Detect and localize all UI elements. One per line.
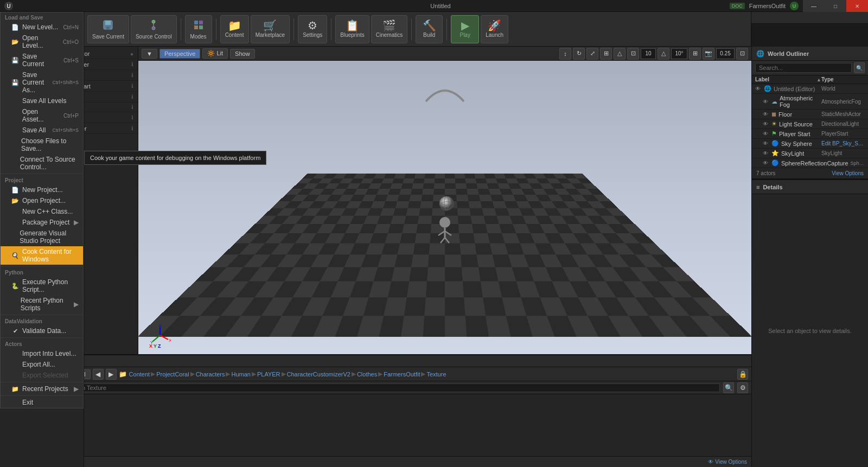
menu-import-level[interactable]: Import Into Level... bbox=[1, 348, 83, 359]
scale-field[interactable] bbox=[716, 48, 735, 59]
menu-export-all[interactable]: Export All... bbox=[1, 359, 83, 370]
minimize-button[interactable]: — bbox=[803, 0, 825, 12]
cb-back-button[interactable]: ◀ bbox=[93, 369, 104, 380]
menu-package-project[interactable]: Package Project ▶ bbox=[1, 217, 83, 228]
content-label: Content bbox=[225, 32, 244, 38]
menu-exit[interactable]: Exit bbox=[1, 397, 83, 408]
menu-validate-data[interactable]: ✔ Validate Data... bbox=[1, 325, 83, 336]
outliner-item-sky-sphere[interactable]: 👁 🔵 Sky Sphere Edit BP_Sky_Sph... bbox=[752, 139, 868, 149]
launch-button[interactable]: 🚀 Launch bbox=[481, 15, 508, 43]
marketplace-button[interactable]: 🛒 Marketplace bbox=[251, 15, 290, 43]
label-column-header[interactable]: Label bbox=[755, 76, 816, 82]
bread-characters[interactable]: Characters bbox=[196, 371, 225, 378]
surface-snap-btn[interactable]: △ bbox=[614, 48, 626, 60]
lit-btn[interactable]: 🔆 Lit bbox=[202, 48, 228, 59]
move-tool-btn[interactable]: ↕ bbox=[559, 48, 571, 60]
settings-label: Settings bbox=[303, 32, 322, 38]
outliner-search-button[interactable]: 🔍 bbox=[854, 62, 865, 73]
details-icon: ≡ bbox=[756, 184, 760, 190]
menu-open-project[interactable]: 📂 Open Project... bbox=[1, 195, 83, 206]
build-button[interactable]: 🔨 Build bbox=[416, 15, 443, 43]
bread-project-coral[interactable]: ProjectCoral bbox=[156, 371, 189, 378]
menu-execute-python[interactable]: 🐍 Execute Python Script... bbox=[1, 277, 83, 295]
outliner-search-input[interactable] bbox=[755, 63, 852, 73]
file-dropdown-menu: Load and Save 📄 New Level... Ctrl+N 📂 Op… bbox=[0, 12, 84, 467]
content-button[interactable]: 📁 Content bbox=[220, 15, 249, 43]
svg-point-5 bbox=[152, 20, 155, 23]
menu-recent-projects[interactable]: 📁 Recent Projects ▶ bbox=[1, 383, 83, 394]
cb-forward-button[interactable]: ▶ bbox=[106, 369, 117, 380]
maximize-viewport-btn[interactable]: ⊡ bbox=[736, 48, 748, 60]
bread-human[interactable]: Human bbox=[231, 371, 250, 378]
menu-save-all[interactable]: Save All Ctrl+Shift+S bbox=[1, 125, 83, 136]
perspective-btn[interactable]: Perspective bbox=[159, 49, 200, 59]
play-button[interactable]: ▶ Play bbox=[451, 15, 479, 43]
menu-save-current[interactable]: 💾 Save Current Ctrl+S bbox=[1, 51, 83, 69]
section-python: Python bbox=[1, 267, 83, 277]
outliner-item-untitled[interactable]: 👁 🌐 Untitled (Editor) World bbox=[752, 84, 868, 94]
bread-farmers-outfit[interactable]: FarmersOutfit bbox=[384, 371, 420, 378]
menu-choose-files[interactable]: Choose Files to Save... bbox=[1, 136, 83, 154]
menu-new-level[interactable]: 📄 New Level... Ctrl+N bbox=[1, 22, 83, 33]
save-current-icon: 💾 bbox=[11, 57, 19, 64]
outliner-item-fog[interactable]: 👁 ☁ Atmospheric Fog AtmosphericFog bbox=[752, 94, 868, 110]
modes-button[interactable]: Modes bbox=[185, 15, 212, 43]
menu-cook-content[interactable]: 🍳 Cook Content for Windows bbox=[1, 246, 83, 265]
cb-settings-button[interactable]: ⚙ bbox=[737, 382, 748, 393]
rotate-tool-btn[interactable]: ↻ bbox=[573, 48, 585, 60]
menu-recent-python[interactable]: Recent Python Scripts ▶ bbox=[1, 295, 83, 314]
main-toolbar: Save Current Source Control Modes 📁 Cont… bbox=[84, 12, 751, 47]
view-options-bottom[interactable]: 👁 View Options bbox=[708, 459, 747, 465]
show-btn[interactable]: Show bbox=[230, 49, 255, 59]
dropdown-arrow-btn[interactable]: ▼ bbox=[142, 49, 157, 59]
python-icon: 🐍 bbox=[11, 283, 19, 290]
menu-generate-vs[interactable]: Generate Visual Studio Project bbox=[1, 228, 83, 246]
outliner-item-player-start[interactable]: 👁 ⚑ Player Start PlayerStart bbox=[752, 129, 868, 139]
type-column-header[interactable]: Type bbox=[821, 76, 865, 82]
scale-tool-btn[interactable]: ⤢ bbox=[586, 48, 598, 60]
coord-system-btn[interactable]: ⊞ bbox=[600, 48, 612, 60]
project-indicator: FarmersOutfit bbox=[749, 3, 786, 9]
settings-button[interactable]: ⚙ Settings bbox=[298, 15, 327, 43]
angle-snap-btn[interactable]: △ bbox=[658, 48, 669, 60]
outliner-item-floor[interactable]: 👁 ◼ Floor StaticMeshActor bbox=[752, 110, 868, 119]
save-current-button[interactable]: Save Current bbox=[87, 15, 129, 43]
menu-save-current-as[interactable]: 💾 Save Current As... Ctrl+Shift+S bbox=[1, 69, 83, 95]
bread-clothes[interactable]: Clothes bbox=[357, 371, 377, 378]
blueprints-button[interactable]: 📋 Blueprints bbox=[335, 15, 369, 43]
search-button[interactable]: 🔍 bbox=[723, 382, 734, 393]
grid-size-field[interactable] bbox=[641, 48, 656, 59]
bread-texture[interactable]: Texture bbox=[426, 371, 446, 378]
bread-character-customizer[interactable]: CharacterCustomizerV2 bbox=[287, 371, 350, 378]
marketplace-icon: 🛒 bbox=[263, 20, 277, 31]
menu-new-project[interactable]: 📄 New Project... bbox=[1, 184, 83, 195]
grid-snap-btn[interactable]: ⊡ bbox=[627, 48, 639, 60]
menu-connect-source[interactable]: Connect To Source Control... bbox=[1, 154, 83, 172]
cb-sync-button[interactable]: 🔒 bbox=[737, 369, 748, 380]
view-options-link[interactable]: View Options bbox=[832, 170, 864, 176]
outliner-item-sphere-reflection[interactable]: 👁 🔵 SphereReflectionCapture SphereReflec… bbox=[752, 158, 868, 168]
menu-open-asset[interactable]: Open Asset... Ctrl+P bbox=[1, 106, 83, 125]
user-icon[interactable]: U bbox=[790, 2, 799, 10]
outliner-item-skylight[interactable]: 👁 ⭐ SkyLight SkyLight bbox=[752, 149, 868, 158]
menu-new-cpp[interactable]: New C++ Class... bbox=[1, 206, 83, 217]
svg-rect-10 bbox=[194, 25, 198, 29]
maximize-button[interactable]: □ bbox=[825, 0, 846, 12]
bread-player[interactable]: PLAYER bbox=[257, 371, 280, 378]
content-search-input[interactable] bbox=[62, 383, 720, 392]
scene-3d[interactable]: X Y Z X Z Y bbox=[138, 61, 751, 354]
source-control-button[interactable]: Source Control bbox=[131, 15, 177, 43]
menu-open-level[interactable]: 📂 Open Level... Ctrl+O bbox=[1, 33, 83, 51]
outliner-item-light[interactable]: 👁 ☀ Light Source DirectionalLight bbox=[752, 119, 868, 129]
angle-field[interactable] bbox=[671, 48, 687, 59]
scale-snap-btn[interactable]: ⊞ bbox=[689, 48, 701, 60]
svg-rect-4 bbox=[106, 27, 110, 29]
cinematics-button[interactable]: 🎬 Cinematics bbox=[371, 15, 407, 43]
camera-speed-btn[interactable]: 📷 bbox=[703, 48, 714, 60]
bread-content[interactable]: Content bbox=[129, 371, 150, 378]
svg-line-21 bbox=[445, 238, 449, 243]
menu-save-all-levels[interactable]: Save All Levels bbox=[1, 95, 83, 106]
content-browser-content[interactable]: T_FarmersOutfit_01_D bbox=[0, 394, 751, 456]
svg-rect-9 bbox=[199, 21, 203, 24]
close-button[interactable]: ✕ bbox=[846, 0, 868, 12]
